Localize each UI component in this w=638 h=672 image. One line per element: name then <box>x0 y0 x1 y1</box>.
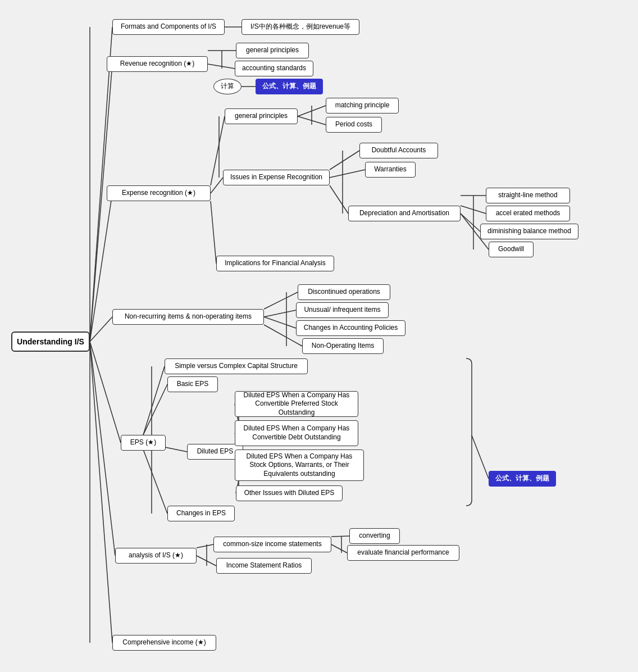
svg-line-10 <box>208 64 235 69</box>
svg-line-30 <box>264 292 298 309</box>
node-implications: Implications for Financial Analysis <box>216 256 334 271</box>
node-diminishing: diminishing balance method <box>480 224 578 239</box>
node-comprehensive: Comprehensive income (★) <box>112 635 216 651</box>
node-revenue_rec: Revenue recognition (★) <box>107 56 208 72</box>
node-changes_accounting: Changes in Accounting Policies <box>296 320 405 336</box>
node-straight_line: straight-line method <box>486 188 570 203</box>
svg-line-32 <box>264 317 296 328</box>
node-formats: Formats and Components of I/S <box>112 19 225 35</box>
node-converting: converting <box>349 528 400 544</box>
svg-line-2 <box>90 193 112 342</box>
node-diluted_debt: Diluted EPS When a Company Has Convertib… <box>235 420 358 446</box>
svg-line-6 <box>90 342 112 643</box>
node-common_size: common-size income statements <box>213 537 331 552</box>
svg-line-19 <box>298 116 326 125</box>
connector-lines <box>0 0 638 672</box>
svg-line-49 <box>331 536 349 537</box>
svg-line-45 <box>472 435 489 479</box>
node-other_diluted: Other Issues with Diluted EPS <box>236 485 343 501</box>
node-basic_eps: Basic EPS <box>167 376 218 392</box>
node-matching_principle: matching principle <box>326 98 399 113</box>
node-non_recurring: Non-recurring items & non-operating item… <box>112 309 264 325</box>
svg-line-38 <box>143 449 167 514</box>
node-eps_star: EPS (★) <box>121 435 166 451</box>
svg-line-46 <box>197 544 213 548</box>
svg-line-26 <box>461 206 486 214</box>
svg-line-1 <box>90 64 112 342</box>
node-expense_rec: Expense recognition (★) <box>107 185 211 201</box>
svg-line-22 <box>330 170 365 178</box>
node-is_concepts: I/S中的各种概念，例如revenue等 <box>241 19 359 35</box>
node-evaluate_financial: evaluate financial performance <box>347 545 459 561</box>
node-accounting_standards: accounting standards <box>235 61 313 76</box>
node-issues_expense: Issues in Expense Recognition <box>223 170 330 185</box>
svg-line-35 <box>143 366 165 435</box>
node-general_principles2: general principles <box>225 108 298 124</box>
root-node: Understanding I/S <box>11 332 90 352</box>
node-unusual: Unusual/ infrequent items <box>296 302 389 318</box>
node-goodwill: Goodwill <box>489 242 534 257</box>
node-discontinued: Discontinued operations <box>298 284 390 300</box>
svg-line-21 <box>330 151 359 170</box>
node-analysis_is: analysis of I/S (★) <box>115 548 197 564</box>
node-general_principles1: general principles <box>236 43 309 58</box>
node-income_ratios: Income Statement Ratios <box>216 558 312 574</box>
node-accel_methods: accel erated methods <box>486 206 570 221</box>
node-formula_highlight2: 公式、计算、例题 <box>489 471 556 487</box>
svg-line-5 <box>90 342 115 556</box>
node-depreciation: Depreciation and Amortisation <box>348 206 461 221</box>
svg-line-47 <box>197 556 216 566</box>
node-diluted_preferred: Diluted EPS When a Company Has Convertib… <box>235 391 358 417</box>
node-doubtful_accounts: Doubtful Accounts <box>359 143 438 158</box>
svg-line-15 <box>211 178 223 193</box>
node-jisuan: 计算 <box>213 79 241 94</box>
mindmap-container: Understanding I/S Formats and Components… <box>0 0 638 672</box>
node-formula_highlight1: 公式、计算、例题 <box>256 79 323 94</box>
svg-line-31 <box>264 310 296 317</box>
svg-line-16 <box>211 201 216 264</box>
node-warranties: Warranties <box>365 162 416 178</box>
node-period_costs: Period costs <box>326 117 382 133</box>
svg-line-18 <box>298 106 326 116</box>
node-simple_complex: Simple versus Complex Capital Structure <box>165 358 308 374</box>
svg-line-27 <box>461 214 480 231</box>
svg-line-23 <box>330 185 348 214</box>
svg-line-3 <box>90 317 112 342</box>
node-non_operating_items: Non-Operating Items <box>302 338 384 354</box>
node-diluted_options: Diluted EPS When a Company Has Stock Opt… <box>235 449 364 481</box>
node-changes_eps: Changes in EPS <box>167 506 235 521</box>
svg-line-36 <box>143 384 167 435</box>
svg-line-0 <box>90 27 112 342</box>
svg-line-4 <box>90 342 121 443</box>
svg-line-50 <box>331 544 347 553</box>
